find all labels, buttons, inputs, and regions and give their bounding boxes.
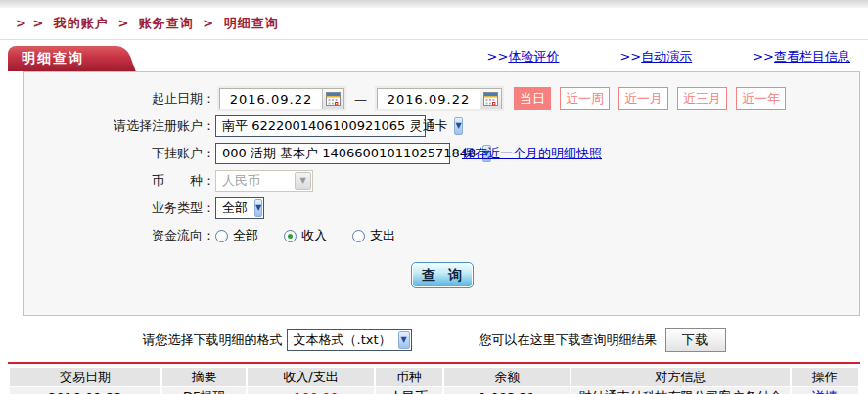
date-range-row: 起止日期： 2016.09.22 — 2016.09.22 当日 近一周 近一月… — [24, 85, 859, 112]
results-table: 交易日期 摘要 收入/支出 币种 余额 对方信息 操作 2016-09-22 D… — [8, 367, 860, 394]
quick-range-last-month[interactable]: 近一月 — [618, 87, 668, 110]
detail-link[interactable]: 详情 — [812, 389, 838, 394]
date-from-value: 2016.09.22 — [220, 92, 322, 107]
calendar-icon[interactable] — [480, 89, 501, 109]
register-account-value: 南平 6222001406100921065 灵通卡 — [216, 117, 453, 135]
quick-range-today[interactable]: 当日 — [514, 87, 551, 110]
download-format-select[interactable]: 文本格式（.txt） ▼ — [287, 329, 412, 351]
radio-expense-label: 支出 — [370, 227, 395, 244]
fund-flow-row: 资金流向： 全部 收入 支出 — [24, 222, 859, 249]
business-type-label: 业务类型： — [24, 199, 215, 217]
chevron-down-icon[interactable]: ▼ — [254, 199, 262, 217]
radio-checked-icon[interactable] — [284, 230, 297, 242]
download-row: 请您选择下载明细的格式 文本格式（.txt） ▼ 您可以在这里下载查询明细结果 … — [0, 328, 868, 353]
cell-counterparty: 财付通支付科技有限公司客户备付金 — [571, 387, 789, 394]
window-top-strip — [0, 0, 868, 8]
calendar-icon[interactable] — [322, 89, 343, 109]
breadcrumb-item-account-query[interactable]: 账务查询 — [139, 16, 194, 30]
breadcrumb-item-my-account[interactable]: 我的账户 — [54, 16, 109, 30]
results-header-row: 交易日期 摘要 收入/支出 币种 余额 对方信息 操作 — [10, 368, 858, 386]
table-row: 2016-09-22 DF提现 +100.00 人民币 1,093.31 财付通… — [10, 387, 858, 394]
header-links: >>体验评价 >>自动演示 >>查看栏目信息 — [487, 44, 860, 71]
currency-select-disabled: 人民币 ▼ — [215, 170, 313, 192]
quick-range-buttons: 当日 近一周 近一月 近三月 近一年 — [514, 87, 786, 110]
query-button[interactable]: 查 询 — [411, 262, 474, 288]
link-auto-demo[interactable]: >>自动演示 — [619, 48, 692, 66]
radio-expense[interactable]: 支出 — [352, 227, 395, 244]
currency-value: 人民币 — [216, 172, 294, 190]
date-range-dash: — — [354, 92, 367, 107]
radio-income-label: 收入 — [301, 227, 327, 244]
sub-account-value: 000 活期 基本户 1406600101102571848 — [216, 145, 481, 162]
sub-account-label: 下挂账户： — [24, 145, 215, 162]
business-type-select[interactable]: 全部 ▼ — [215, 197, 264, 219]
date-to-field[interactable]: 2016.09.22 — [377, 88, 502, 109]
download-format-label: 请您选择下载明细的格式 — [143, 331, 283, 349]
tab-label: 明细查询 — [8, 46, 117, 70]
chevron-down-icon[interactable]: ▼ — [454, 117, 462, 135]
date-range-label: 起止日期： — [24, 90, 215, 108]
register-account-row: 请选择注册账户： 南平 6222001406100921065 灵通卡 ▼ — [24, 112, 859, 140]
table-top-rule — [8, 362, 860, 364]
header-transaction-date: 交易日期 — [10, 368, 160, 386]
download-hint: 您可以在这里下载查询明细结果 — [480, 331, 658, 349]
cell-currency: 人民币 — [376, 387, 442, 394]
quick-range-last-week[interactable]: 近一周 — [560, 87, 610, 110]
header-counterparty: 对方信息 — [571, 368, 789, 386]
header-operation: 操作 — [792, 368, 858, 386]
register-account-select[interactable]: 南平 6222001406100921065 灵通卡 ▼ — [215, 115, 426, 137]
quick-range-last-3-months[interactable]: 近三月 — [677, 87, 727, 110]
radio-all-label: 全部 — [233, 227, 258, 244]
business-type-value: 全部 — [216, 199, 253, 217]
date-from-field[interactable]: 2016.09.22 — [219, 88, 344, 109]
currency-label: 币 种： — [24, 172, 215, 190]
breadcrumb-item-detail-query: 明细查询 — [224, 16, 279, 30]
radio-income[interactable]: 收入 — [284, 227, 327, 244]
header-income-expense: 收入/支出 — [248, 368, 373, 386]
radio-all[interactable]: 全部 — [215, 227, 258, 244]
cell-income-expense: +100.00 — [248, 387, 373, 394]
cell-memo: DF提现 — [162, 387, 247, 394]
sub-account-row: 下挂账户： 000 活期 基本户 1406600101102571848 ▼ 保… — [24, 140, 859, 167]
download-button[interactable]: 下载 — [665, 328, 726, 352]
fund-flow-label: 资金流向： — [24, 227, 215, 244]
cell-balance: 1,093.31 — [444, 387, 570, 394]
radio-icon[interactable] — [352, 230, 365, 242]
cell-operation: 详情 — [792, 387, 858, 394]
radio-icon[interactable] — [215, 230, 228, 242]
link-view-column-info[interactable]: >>查看栏目信息 — [753, 48, 850, 66]
cell-transaction-date: 2016-09-22 — [10, 387, 160, 394]
chevron-down-icon: ▼ — [295, 172, 311, 190]
save-monthly-snapshot-link[interactable]: 保存近一个月的明细快照 — [462, 145, 602, 162]
chevron-down-icon[interactable]: ▼ — [398, 331, 410, 349]
register-account-label: 请选择注册账户： — [24, 117, 215, 135]
header-balance: 余额 — [444, 368, 570, 386]
query-form-panel: 起止日期： 2016.09.22 — 2016.09.22 当日 近一周 近一月… — [23, 71, 860, 316]
header-memo: 摘要 — [162, 368, 247, 386]
tab-row: 明细查询 >>体验评价 >>自动演示 >>查看栏目信息 — [0, 40, 868, 71]
quick-range-last-year[interactable]: 近一年 — [736, 87, 786, 110]
business-type-row: 业务类型： 全部 ▼ — [24, 195, 859, 222]
sub-account-select[interactable]: 000 活期 基本户 1406600101102571848 ▼ — [215, 143, 450, 164]
fund-flow-radio-group: 全部 收入 支出 — [215, 227, 421, 244]
link-experience-rating[interactable]: >>体验评价 — [487, 48, 560, 66]
tab-detail-query[interactable]: 明细查询 — [8, 46, 117, 71]
breadcrumb-separator: > — [117, 16, 129, 30]
breadcrumb: > > 我的账户 > 账务查询 > 明细查询 — [0, 8, 868, 37]
header-currency: 币种 — [376, 368, 442, 386]
download-format-value: 文本格式（.txt） — [288, 331, 397, 349]
date-to-value: 2016.09.22 — [378, 92, 480, 107]
breadcrumb-separator: > — [203, 16, 214, 30]
currency-row: 币 种： 人民币 ▼ — [24, 167, 859, 195]
breadcrumb-prefix: > > — [16, 16, 44, 30]
query-button-wrap: 查 询 — [24, 262, 859, 288]
